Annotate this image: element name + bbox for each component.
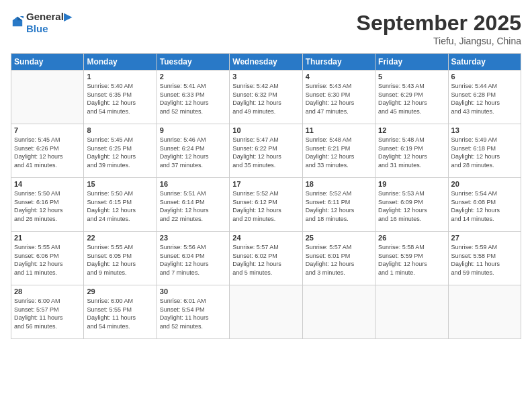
calendar-cell xyxy=(11,71,84,124)
weekday-header-monday: Monday xyxy=(84,54,157,71)
day-info: Sunrise: 6:00 AM Sunset: 5:55 PM Dayligh… xyxy=(87,297,153,330)
day-info: Sunrise: 5:50 AM Sunset: 6:15 PM Dayligh… xyxy=(87,189,153,223)
day-number: 17 xyxy=(232,180,299,188)
day-number: 13 xyxy=(451,126,518,134)
weekday-header-thursday: Thursday xyxy=(302,54,375,71)
calendar-cell: 10Sunrise: 5:47 AM Sunset: 6:22 PM Dayli… xyxy=(230,124,302,178)
day-info: Sunrise: 5:48 AM Sunset: 6:21 PM Dayligh… xyxy=(306,136,372,169)
calendar-cell: 7Sunrise: 5:45 AM Sunset: 6:26 PM Daylig… xyxy=(11,124,84,178)
calendar-cell: 25Sunrise: 5:57 AM Sunset: 6:01 PM Dayli… xyxy=(302,232,375,285)
calendar-cell: 1Sunrise: 5:40 AM Sunset: 6:35 PM Daylig… xyxy=(84,71,157,124)
day-number: 27 xyxy=(451,234,518,242)
day-number: 4 xyxy=(306,73,372,81)
calendar-cell: 20Sunrise: 5:54 AM Sunset: 6:08 PM Dayli… xyxy=(448,178,521,232)
calendar-cell: 22Sunrise: 5:55 AM Sunset: 6:05 PM Dayli… xyxy=(84,232,157,285)
logo-line2: Blue xyxy=(26,23,72,35)
day-info: Sunrise: 5:58 AM Sunset: 5:59 PM Dayligh… xyxy=(378,243,445,277)
day-number: 15 xyxy=(87,180,153,188)
day-info: Sunrise: 5:55 AM Sunset: 6:05 PM Dayligh… xyxy=(87,243,153,277)
calendar-cell: 8Sunrise: 5:45 AM Sunset: 6:25 PM Daylig… xyxy=(84,124,157,178)
day-number: 22 xyxy=(87,234,153,242)
day-info: Sunrise: 5:40 AM Sunset: 6:35 PM Dayligh… xyxy=(87,82,153,116)
calendar-cell: 12Sunrise: 5:48 AM Sunset: 6:19 PM Dayli… xyxy=(375,124,448,178)
day-info: Sunrise: 5:43 AM Sunset: 6:29 PM Dayligh… xyxy=(378,82,445,116)
weekday-header-row: SundayMondayTuesdayWednesdayThursdayFrid… xyxy=(11,54,521,71)
calendar-cell: 3Sunrise: 5:42 AM Sunset: 6:32 PM Daylig… xyxy=(230,71,302,124)
calendar-week-5: 28Sunrise: 6:00 AM Sunset: 5:57 PM Dayli… xyxy=(11,285,521,339)
day-info: Sunrise: 5:49 AM Sunset: 6:18 PM Dayligh… xyxy=(451,136,518,169)
day-info: Sunrise: 5:47 AM Sunset: 6:22 PM Dayligh… xyxy=(232,136,299,169)
logo-line1: General▶ xyxy=(26,11,72,23)
header: General▶ Blue September 2025 Tiefu, Jian… xyxy=(11,11,521,46)
logo-icon xyxy=(11,15,24,28)
day-number: 21 xyxy=(14,234,81,242)
day-info: Sunrise: 6:01 AM Sunset: 5:54 PM Dayligh… xyxy=(160,297,226,330)
day-number: 23 xyxy=(160,234,226,242)
day-info: Sunrise: 5:48 AM Sunset: 6:19 PM Dayligh… xyxy=(378,136,445,169)
day-number: 8 xyxy=(87,126,153,134)
day-info: Sunrise: 6:00 AM Sunset: 5:57 PM Dayligh… xyxy=(14,297,81,330)
day-number: 24 xyxy=(232,234,299,242)
calendar-page: General▶ Blue September 2025 Tiefu, Jian… xyxy=(0,0,532,411)
calendar-cell: 19Sunrise: 5:53 AM Sunset: 6:09 PM Dayli… xyxy=(375,178,448,232)
day-info: Sunrise: 5:56 AM Sunset: 6:04 PM Dayligh… xyxy=(160,243,226,277)
weekday-header-friday: Friday xyxy=(375,54,448,71)
day-info: Sunrise: 5:54 AM Sunset: 6:08 PM Dayligh… xyxy=(451,189,518,223)
day-number: 14 xyxy=(14,180,81,188)
day-number: 18 xyxy=(306,180,372,188)
day-number: 10 xyxy=(232,126,299,134)
day-number: 29 xyxy=(87,287,153,295)
calendar-cell: 4Sunrise: 5:43 AM Sunset: 6:30 PM Daylig… xyxy=(302,71,375,124)
calendar-cell: 29Sunrise: 6:00 AM Sunset: 5:55 PM Dayli… xyxy=(84,285,157,339)
calendar-cell: 21Sunrise: 5:55 AM Sunset: 6:06 PM Dayli… xyxy=(11,232,84,285)
svg-marker-1 xyxy=(17,17,22,20)
day-info: Sunrise: 5:57 AM Sunset: 6:02 PM Dayligh… xyxy=(232,243,299,277)
location-subtitle: Tiefu, Jiangsu, China xyxy=(357,36,521,46)
day-number: 16 xyxy=(160,180,226,188)
day-number: 25 xyxy=(306,234,372,242)
day-info: Sunrise: 5:53 AM Sunset: 6:09 PM Dayligh… xyxy=(378,189,445,223)
calendar-cell: 17Sunrise: 5:52 AM Sunset: 6:12 PM Dayli… xyxy=(230,178,302,232)
calendar-table: SundayMondayTuesdayWednesdayThursdayFrid… xyxy=(11,53,521,339)
day-info: Sunrise: 5:41 AM Sunset: 6:33 PM Dayligh… xyxy=(160,82,226,116)
day-info: Sunrise: 5:51 AM Sunset: 6:14 PM Dayligh… xyxy=(160,189,226,223)
title-block: September 2025 Tiefu, Jiangsu, China xyxy=(357,11,521,46)
calendar-cell: 16Sunrise: 5:51 AM Sunset: 6:14 PM Dayli… xyxy=(157,178,229,232)
day-number: 1 xyxy=(87,73,153,81)
day-info: Sunrise: 5:46 AM Sunset: 6:24 PM Dayligh… xyxy=(160,136,226,169)
day-number: 7 xyxy=(14,126,81,134)
calendar-cell: 14Sunrise: 5:50 AM Sunset: 6:16 PM Dayli… xyxy=(11,178,84,232)
calendar-cell: 26Sunrise: 5:58 AM Sunset: 5:59 PM Dayli… xyxy=(375,232,448,285)
weekday-header-tuesday: Tuesday xyxy=(157,54,229,71)
svg-marker-2 xyxy=(20,16,24,19)
day-info: Sunrise: 5:59 AM Sunset: 5:58 PM Dayligh… xyxy=(451,243,518,277)
weekday-header-wednesday: Wednesday xyxy=(230,54,302,71)
day-number: 2 xyxy=(160,73,226,81)
calendar-week-4: 21Sunrise: 5:55 AM Sunset: 6:06 PM Dayli… xyxy=(11,232,521,285)
day-number: 19 xyxy=(378,180,445,188)
calendar-cell: 30Sunrise: 6:01 AM Sunset: 5:54 PM Dayli… xyxy=(157,285,229,339)
day-number: 6 xyxy=(451,73,518,81)
calendar-cell: 13Sunrise: 5:49 AM Sunset: 6:18 PM Dayli… xyxy=(448,124,521,178)
calendar-week-2: 7Sunrise: 5:45 AM Sunset: 6:26 PM Daylig… xyxy=(11,124,521,178)
day-info: Sunrise: 5:45 AM Sunset: 6:25 PM Dayligh… xyxy=(87,136,153,169)
day-info: Sunrise: 5:55 AM Sunset: 6:06 PM Dayligh… xyxy=(14,243,81,277)
day-number: 26 xyxy=(378,234,445,242)
calendar-cell: 27Sunrise: 5:59 AM Sunset: 5:58 PM Dayli… xyxy=(448,232,521,285)
day-info: Sunrise: 5:42 AM Sunset: 6:32 PM Dayligh… xyxy=(232,82,299,116)
day-info: Sunrise: 5:57 AM Sunset: 6:01 PM Dayligh… xyxy=(306,243,372,277)
calendar-cell: 11Sunrise: 5:48 AM Sunset: 6:21 PM Dayli… xyxy=(302,124,375,178)
calendar-cell xyxy=(375,285,448,339)
logo: General▶ Blue xyxy=(11,11,72,35)
day-number: 20 xyxy=(451,180,518,188)
day-number: 30 xyxy=(160,287,226,295)
day-info: Sunrise: 5:50 AM Sunset: 6:16 PM Dayligh… xyxy=(14,189,81,223)
day-number: 9 xyxy=(160,126,226,134)
day-number: 5 xyxy=(378,73,445,81)
day-number: 28 xyxy=(14,287,81,295)
calendar-cell: 6Sunrise: 5:44 AM Sunset: 6:28 PM Daylig… xyxy=(448,71,521,124)
calendar-cell xyxy=(302,285,375,339)
day-number: 11 xyxy=(306,126,372,134)
day-info: Sunrise: 5:45 AM Sunset: 6:26 PM Dayligh… xyxy=(14,136,81,169)
weekday-header-sunday: Sunday xyxy=(11,54,84,71)
